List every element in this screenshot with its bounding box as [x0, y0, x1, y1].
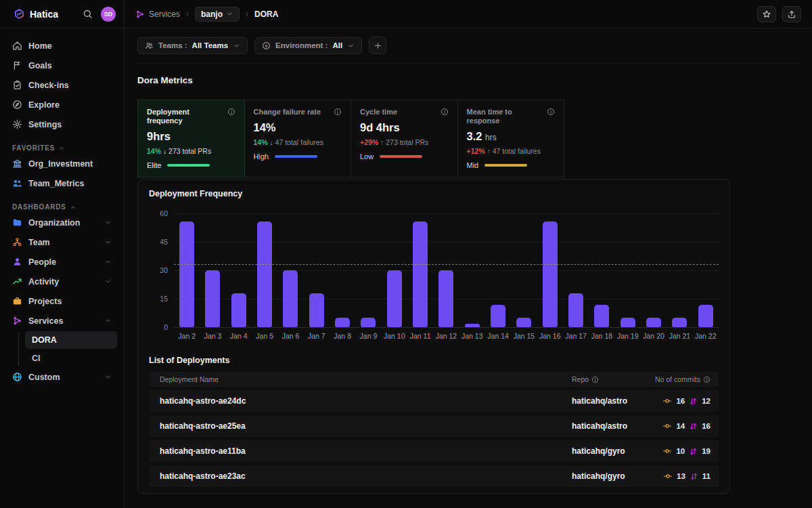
- hatica-logo-icon: [14, 8, 25, 20]
- info-icon[interactable]: [703, 376, 710, 383]
- sidebar-item-custom[interactable]: Custom: [7, 368, 117, 386]
- metric-card-change-failure-rate[interactable]: Change failure rate14%14% ↓ 47 total fai…: [244, 100, 352, 177]
- favorite-button[interactable]: [757, 6, 776, 22]
- bar-jan-2[interactable]: [179, 221, 194, 328]
- search-button[interactable]: [81, 7, 94, 20]
- info-icon[interactable]: [441, 108, 449, 116]
- breadcrumb-team-dropdown[interactable]: banjo: [195, 7, 240, 22]
- sidebar-item-ci[interactable]: CI: [25, 350, 117, 367]
- upload-icon: [787, 9, 796, 19]
- tier-indicator-bar: [380, 155, 422, 158]
- bar-jan-10[interactable]: [387, 270, 402, 327]
- bar-jan-20[interactable]: [646, 318, 661, 327]
- favorites-section-title[interactable]: FAVORITES: [7, 140, 117, 154]
- teams-filter[interactable]: Teams : All Teams: [137, 37, 248, 54]
- sidebar-item-dora[interactable]: DORA: [25, 331, 117, 349]
- chevron-right-icon: [184, 11, 191, 18]
- bar-jan-21[interactable]: [672, 318, 687, 327]
- column-repo: Repo: [572, 375, 643, 383]
- bar-jan-5[interactable]: [257, 221, 272, 328]
- sidebar-item-team[interactable]: Team: [7, 233, 117, 251]
- sidebar-subitems-services: DORACI: [18, 331, 117, 367]
- bar-jan-6[interactable]: [283, 270, 298, 327]
- metric-card-cycle-time[interactable]: Cycle time9d 4hrs+29% ↑ 273 total PRsLow: [351, 100, 458, 177]
- add-filter-button[interactable]: [369, 37, 386, 54]
- metric-card-deployment-frequency[interactable]: Deployment frequency9hrs14% ↓ 273 total …: [137, 100, 245, 177]
- sidebar-item-explore[interactable]: Explore: [7, 96, 117, 114]
- bar-jan-7[interactable]: [309, 293, 324, 327]
- search-icon: [83, 9, 93, 19]
- info-icon[interactable]: [334, 108, 342, 116]
- bar-jan-14[interactable]: [491, 305, 505, 328]
- y-axis-tick-label: 30: [160, 266, 168, 274]
- pr-count: 19: [702, 447, 710, 455]
- sidebar-item-label: Check-ins: [28, 81, 69, 90]
- sidebar-item-organization[interactable]: Organization: [7, 213, 117, 232]
- chevron-up-icon: [58, 145, 65, 152]
- info-icon[interactable]: [547, 108, 555, 116]
- bar-jan-11[interactable]: [413, 221, 428, 328]
- deployment-row[interactable]: haticahq-astro-ae24dchaticahq/astro1612: [149, 390, 719, 412]
- bar-slot-jan-4: Jan 4: [226, 213, 252, 327]
- x-axis-tick-label: Jan 7: [308, 332, 325, 340]
- bar-jan-8[interactable]: [335, 318, 350, 327]
- sidebar-item-projects[interactable]: Projects: [7, 292, 117, 310]
- deployment-row[interactable]: haticahq-astro-ae25eahaticahq/astro1416: [149, 415, 719, 437]
- sidebar-item-settings[interactable]: Settings: [7, 115, 117, 133]
- environment-icon: S: [262, 41, 271, 50]
- breadcrumb-root[interactable]: Services: [149, 9, 180, 19]
- bar-jan-3[interactable]: [205, 270, 220, 327]
- app-logo[interactable]: Hatica: [14, 8, 58, 20]
- x-axis-tick-label: Jan 14: [487, 332, 509, 340]
- info-icon: [441, 108, 449, 116]
- pr-count: 16: [702, 422, 710, 430]
- info-icon[interactable]: [227, 108, 235, 116]
- deployment-row[interactable]: haticahq-astro-ae11bahaticahq/gyro1019: [149, 440, 719, 462]
- deployment-repo: haticahq/gyro: [572, 446, 643, 456]
- chevron-down-icon: [347, 42, 355, 49]
- teams-filter-value: All Teams: [192, 41, 228, 49]
- dashboards-section-title[interactable]: DASHBOARDS: [7, 199, 117, 213]
- sidebar-item-goals[interactable]: Goals: [7, 56, 117, 75]
- bar-jan-18[interactable]: [594, 305, 609, 328]
- environment-icon: S: [262, 41, 271, 50]
- search-icon: [83, 9, 93, 19]
- sidebar-item-label: Projects: [28, 297, 62, 306]
- bar-jan-9[interactable]: [361, 318, 376, 327]
- metric-card-title: Change failure rate: [254, 108, 321, 117]
- metric-card-value: 9hrs: [147, 130, 235, 143]
- sidebar-item-people[interactable]: People: [7, 253, 117, 271]
- x-axis-tick-label: Jan 20: [643, 332, 664, 340]
- bar-jan-17[interactable]: [568, 293, 583, 327]
- sidebar-item-org-investment[interactable]: Org_Investment: [7, 154, 117, 173]
- metric-card-title: Cycle time: [360, 108, 397, 117]
- bar-slot-jan-7: Jan 7: [304, 213, 330, 327]
- bar-jan-12[interactable]: [438, 270, 453, 327]
- bar-jan-16[interactable]: [543, 221, 558, 328]
- sidebar-item-home[interactable]: Home: [7, 37, 117, 55]
- bar-jan-15[interactable]: [516, 318, 531, 327]
- commit-count: 10: [676, 447, 685, 455]
- metric-card-mean-time-to-response[interactable]: Mean time to response3.2 hrs+12% ↑ 47 to…: [457, 100, 565, 177]
- sidebar-item-team-metrics[interactable]: Team_Metrics: [7, 174, 117, 192]
- sidebar-item-activity[interactable]: Activity: [7, 272, 117, 291]
- avatar[interactable]: SD: [101, 7, 116, 22]
- sidebar-item-check-ins[interactable]: Check-ins: [7, 76, 117, 94]
- deployment-repo: haticahq/astro: [572, 421, 643, 431]
- bar-jan-4[interactable]: [231, 293, 246, 327]
- sidebar-item-services[interactable]: Services: [7, 312, 117, 330]
- info-icon[interactable]: [591, 376, 599, 383]
- sidebar-item-label: Goals: [28, 61, 52, 70]
- metric-card-value: 9d 4hrs: [360, 121, 449, 134]
- bar-jan-22[interactable]: [698, 305, 713, 328]
- deployment-row[interactable]: haticahq-astro-ae23achaticahq/gyro1311: [149, 465, 719, 487]
- bar-jan-13[interactable]: [465, 324, 480, 328]
- environment-filter[interactable]: S Environment : All: [254, 37, 362, 54]
- chevron-down-icon: [104, 238, 112, 246]
- org-chart-icon: [12, 237, 22, 247]
- bar-jan-19[interactable]: [621, 318, 635, 327]
- x-axis-tick-label: Jan 5: [256, 332, 273, 340]
- export-button[interactable]: [782, 6, 801, 22]
- breadcrumb-separator-icon: [244, 11, 250, 18]
- bar-slot-jan-9: Jan 9: [355, 213, 381, 327]
